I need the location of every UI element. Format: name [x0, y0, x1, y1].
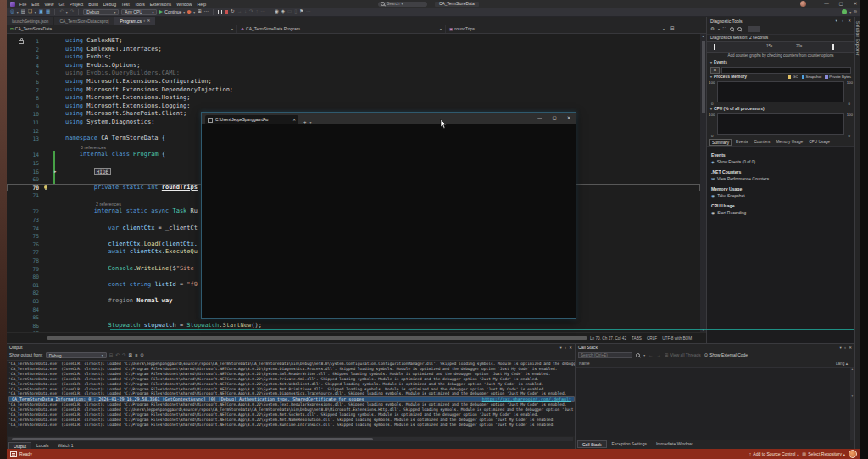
- menu-build[interactable]: Build: [88, 2, 98, 7]
- scrollbar-thumb[interactable]: [702, 41, 705, 113]
- chevron-down-icon[interactable]: ▾: [17, 10, 19, 14]
- save-all-icon[interactable]: ▦: [46, 9, 50, 14]
- solution-platform-select[interactable]: Any CPU▾: [121, 9, 157, 15]
- timeline-ruler[interactable]: 15s 20s: [707, 41, 854, 53]
- nav-project-dropdown[interactable]: ⊡ CA_TermStoreData ▾: [7, 25, 237, 33]
- select-repository-button[interactable]: ▥ Select Repository ▴: [802, 451, 845, 456]
- bottom-tab-exception-settings[interactable]: Exception Settings: [608, 440, 651, 448]
- collapsed-region-box[interactable]: HIDE: [94, 168, 111, 175]
- account-avatar[interactable]: [800, 1, 806, 7]
- call-stack-body[interactable]: ▴▾: [576, 368, 854, 440]
- chevron-down-icon[interactable]: ▾: [849, 10, 851, 14]
- send-feedback-icon[interactable]: ∞: [854, 9, 857, 14]
- select-tool-icon[interactable]: ⛶: [723, 27, 726, 32]
- diagnostics-tab-memory-usage[interactable]: Memory Usage: [774, 139, 804, 146]
- pin-icon[interactable]: ⌖: [143, 19, 146, 23]
- start-target-icon[interactable]: ◎: [10, 9, 14, 14]
- restart-icon[interactable]: ↻: [231, 9, 235, 14]
- memory-window-icon[interactable]: ▭: [287, 9, 292, 14]
- overflow-icon[interactable]: ⋯: [306, 9, 311, 14]
- output-source-select[interactable]: Debug ▾: [46, 352, 107, 358]
- save-icon[interactable]: ▣: [39, 9, 43, 14]
- show-external-code-button[interactable]: ⊙ Show External Code: [704, 353, 748, 358]
- bottom-tab-immediate-window[interactable]: Immediate Window: [652, 440, 697, 448]
- menu-file[interactable]: File: [19, 2, 26, 7]
- encoding-indicator[interactable]: UTF-8 with BOM: [662, 336, 692, 340]
- output-horizontal-scrollbar[interactable]: [8, 437, 573, 441]
- caret-position[interactable]: Ln 70, Ch 27, Col 42: [590, 336, 626, 340]
- close-icon[interactable]: ✕: [848, 19, 851, 23]
- scrollbar-thumb[interactable]: [12, 438, 373, 440]
- pin-icon[interactable]: ⌖: [565, 346, 567, 350]
- scroll-up-icon[interactable]: ▴: [700, 34, 706, 38]
- event-marker[interactable]: B: [710, 67, 720, 74]
- search-icon[interactable]: [636, 353, 640, 357]
- menu-project[interactable]: Project: [70, 2, 83, 7]
- timeline-handle[interactable]: [832, 44, 834, 50]
- terminal-body[interactable]: [202, 124, 576, 318]
- close-icon[interactable]: ✕: [569, 346, 572, 350]
- menu-extensions[interactable]: Extensions: [150, 2, 171, 7]
- column-name[interactable]: Name: [579, 362, 590, 366]
- code-line-7[interactable]: 7using Microsoft.Extensions.DependencyIn…: [7, 86, 700, 95]
- diagnostics-tab-summary[interactable]: Summary: [709, 139, 732, 146]
- line-ending-indicator[interactable]: CRLF: [647, 336, 657, 340]
- word-wrap-icon[interactable]: ≡: [135, 353, 137, 358]
- split-window-icon[interactable]: ⊟: [670, 26, 675, 31]
- nav-member-dropdown[interactable]: ▣ roundTrips ▾: [446, 25, 668, 33]
- solution-explorer-side-tab[interactable]: Solution Explorer: [854, 17, 860, 449]
- copilot-status-icon[interactable]: [842, 9, 847, 14]
- search-box[interactable]: Search ▾: [378, 2, 427, 7]
- output-link[interactable]: https://xxx.sharepoint.com/.default: [482, 397, 571, 402]
- memory-section-header[interactable]: ▾ Process Memory GCSnapshotPrivate Bytes: [707, 74, 854, 80]
- terminal-tab[interactable]: C:\Users\JeppeSpanggaardAu ✕: [205, 115, 298, 124]
- bottom-tab-call-stack[interactable]: Call Stack: [577, 440, 607, 448]
- chevron-down-icon[interactable]: ▾: [839, 346, 841, 350]
- chevron-down-icon[interactable]: ▾: [559, 346, 561, 350]
- close-icon[interactable]: ✕: [849, 346, 852, 350]
- minimize-button[interactable]: —: [820, 0, 833, 8]
- code-line-5[interactable]: 5using Evobis.QueryBuilders.CAML;: [7, 69, 700, 78]
- close-button[interactable]: ✕: [849, 0, 860, 8]
- overflow-icon[interactable]: ⋯: [260, 9, 265, 14]
- code-line-4[interactable]: 4using Evobis.Options;: [7, 62, 700, 70]
- diagnostics-tab-counters[interactable]: Counters: [752, 139, 771, 146]
- call-stack-scrollbar[interactable]: ▴▾: [850, 368, 854, 440]
- menu-tools[interactable]: Tools: [135, 2, 145, 7]
- bookmark-icon[interactable]: ⚑: [299, 9, 303, 14]
- diagnostics-tab-cpu-usage[interactable]: CPU Usage: [807, 139, 832, 146]
- code-line-9[interactable]: 9using Microsoft.Extensions.Logging;: [7, 102, 700, 111]
- start-recording-link[interactable]: ◉ Start Recording: [711, 211, 850, 215]
- maximize-button[interactable]: ▢: [834, 0, 848, 8]
- add-to-source-control-button[interactable]: ↑ Add to Source Control ▴: [749, 451, 799, 456]
- terminal-title-bar[interactable]: C:\Users\JeppeSpanggaardAu ✕ + ▾ — ▢ ✕: [202, 113, 576, 124]
- menu-window[interactable]: Window: [176, 2, 192, 7]
- column-lang[interactable]: Lang ▴: [836, 362, 848, 366]
- editor-vertical-scrollbar[interactable]: ▴ ▾: [700, 34, 706, 332]
- code-line-2[interactable]: 2using CamlexNET.Interfaces;: [7, 46, 700, 54]
- new-tab-icon[interactable]: +: [303, 119, 307, 124]
- timeline-handle[interactable]: [714, 44, 715, 50]
- show-events-link[interactable]: ◈ Show Events (0 of 0): [711, 160, 850, 164]
- chevron-down-icon[interactable]: ▾: [310, 120, 312, 124]
- diagnostics-header[interactable]: Diagnostic Tools ▾ ⌖ ✕: [707, 17, 854, 25]
- take-snapshot-link[interactable]: ◉ Take Snapshot: [711, 194, 850, 198]
- nav-type-dropdown[interactable]: ❖ CA_TermStoreData.Program ▾: [237, 25, 446, 33]
- registers-window-icon[interactable]: ▯: [294, 9, 297, 14]
- code-line-86[interactable]: 86 Stopwatch stopwatch = Stopwatch.Start…: [7, 322, 700, 330]
- view-performance-counters-link[interactable]: ⊞ View Performance Counters: [711, 177, 850, 181]
- menu-edit[interactable]: Edit: [31, 2, 39, 7]
- tab-close-icon[interactable]: ✕: [147, 19, 151, 23]
- code-line-1[interactable]: 1using CamlexNET;: [7, 37, 700, 46]
- clear-all-icon[interactable]: ⊠: [129, 353, 133, 358]
- menu-view[interactable]: View: [44, 2, 53, 7]
- code-line-8[interactable]: 8using Microsoft.Extensions.Hosting;: [7, 94, 700, 102]
- chevron-down-icon[interactable]: ▾: [718, 27, 720, 31]
- menu-test[interactable]: Test: [121, 2, 130, 7]
- continue-button[interactable]: Continue ▾: [159, 9, 185, 14]
- settings-gear-icon[interactable]: ⚙: [710, 27, 715, 32]
- pin-icon[interactable]: ⌖: [844, 346, 847, 350]
- chevron-down-icon[interactable]: ▾: [35, 10, 36, 14]
- menu-git[interactable]: Git: [58, 2, 64, 7]
- copilot-badge-icon[interactable]: [849, 450, 857, 458]
